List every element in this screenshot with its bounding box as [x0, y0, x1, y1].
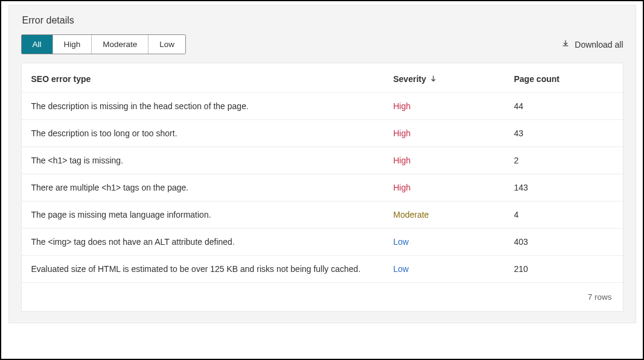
row-count-label: 7 rows — [588, 292, 612, 302]
cell-count: 403 — [514, 237, 613, 247]
severity-filter-group: All High Moderate Low — [21, 34, 187, 54]
cell-count: 4 — [514, 210, 613, 219]
cell-severity: High — [394, 128, 514, 138]
cell-severity: High — [394, 156, 514, 165]
col-header-error-type[interactable]: SEO error type — [31, 74, 394, 84]
cell-error: The <h1> tag is missing. — [31, 156, 394, 165]
cell-error: Evaluated size of HTML is estimated to b… — [31, 264, 394, 274]
table-row[interactable]: Evaluated size of HTML is estimated to b… — [22, 256, 623, 283]
panel-title: Error details — [22, 15, 623, 26]
cell-error: The <img> tag does not have an ALT attri… — [31, 237, 394, 247]
cell-error: There are multiple <h1> tags on the page… — [31, 183, 394, 192]
col-header-severity[interactable]: Severity — [394, 74, 514, 84]
download-all-label: Download all — [575, 40, 623, 49]
table-row[interactable]: The page is missing meta language inform… — [22, 201, 623, 229]
table-row[interactable]: The <h1> tag is missing. High 2 — [22, 147, 623, 174]
table-row[interactable]: The description is too long or too short… — [22, 120, 623, 147]
cell-severity: Low — [394, 237, 514, 247]
cell-error: The description is too long or too short… — [31, 128, 394, 138]
cell-severity: High — [394, 183, 514, 192]
filter-all-button[interactable]: All — [22, 35, 53, 54]
table-row[interactable]: There are multiple <h1> tags on the page… — [22, 174, 623, 201]
cell-count: 143 — [514, 183, 613, 192]
cell-count: 210 — [514, 264, 613, 274]
table-row[interactable]: The description is missing in the head s… — [22, 93, 623, 120]
cell-count: 43 — [514, 128, 613, 138]
table-footer: 7 rows — [22, 283, 623, 311]
cell-count: 44 — [514, 101, 613, 111]
col-header-page-count[interactable]: Page count — [514, 74, 613, 84]
filter-moderate-button[interactable]: Moderate — [92, 35, 148, 54]
sort-desc-icon — [430, 74, 437, 84]
toolbar: All High Moderate Low Download all — [21, 34, 623, 54]
table-row[interactable]: The <img> tag does not have an ALT attri… — [22, 229, 623, 256]
error-details-panel: Error details All High Moderate Low Down… — [8, 5, 636, 323]
cell-severity: Low — [394, 264, 514, 274]
filter-high-button[interactable]: High — [53, 35, 92, 54]
cell-severity: Moderate — [394, 210, 514, 219]
cell-error: The description is missing in the head s… — [31, 101, 394, 111]
cell-count: 2 — [514, 156, 613, 165]
table-header-row: SEO error type Severity Page count — [22, 63, 623, 93]
download-all-button[interactable]: Download all — [561, 39, 623, 49]
cell-error: The page is missing meta language inform… — [31, 210, 394, 219]
seo-errors-table: SEO error type Severity Page count The d… — [21, 63, 623, 312]
col-header-severity-label: Severity — [394, 74, 426, 84]
cell-severity: High — [394, 101, 514, 111]
filter-low-button[interactable]: Low — [148, 35, 185, 54]
download-icon — [561, 39, 570, 49]
